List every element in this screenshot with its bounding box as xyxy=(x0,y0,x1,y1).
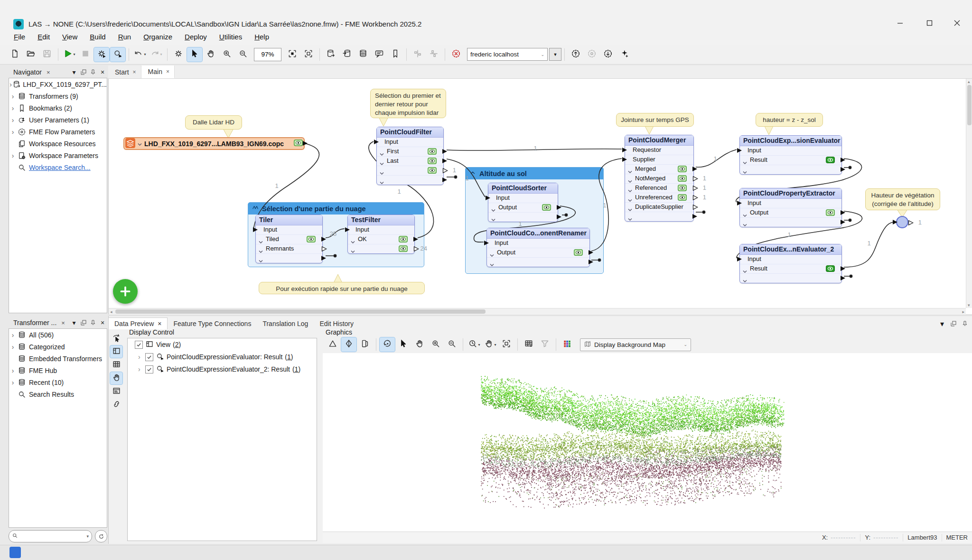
output-port-unreferenced[interactable]: Unreferenced1 xyxy=(625,193,693,202)
fme-flow-connection-select[interactable]: frederic localhost⌄ xyxy=(467,48,548,61)
port-chevron-icon[interactable] xyxy=(743,168,747,177)
transformer-float-icon[interactable] xyxy=(79,318,88,327)
inspect-eye-icon[interactable] xyxy=(399,245,408,254)
output-port-first[interactable]: First xyxy=(377,147,443,156)
transformer-item-search-results[interactable]: Search Results xyxy=(9,388,107,400)
navigator-item-lhd-fxx-1019-6297-pt[interactable]: ›LHD_FXX_1019_6297_PT... xyxy=(9,78,107,90)
navigator-item-workspace-search[interactable]: Workspace Search... xyxy=(9,161,107,173)
port-chevron-icon[interactable] xyxy=(351,247,355,256)
transformer-search-input[interactable]: ▾ xyxy=(9,530,92,542)
close-button[interactable] xyxy=(944,14,970,31)
output-port-result[interactable]: Result xyxy=(740,264,841,273)
output-port-output[interactable]: Output xyxy=(487,248,589,257)
minimize-button[interactable] xyxy=(887,14,913,31)
expander-icon[interactable]: › xyxy=(138,365,143,373)
gfx-zoom-in-button[interactable] xyxy=(428,337,443,352)
node-PointCloudSorter[interactable]: PointCloudSorterInputOutput xyxy=(488,183,558,222)
fit-window-button[interactable] xyxy=(285,47,300,62)
navigator-menu-icon[interactable]: ▾ xyxy=(69,67,79,77)
flow-connection-button[interactable] xyxy=(449,47,464,62)
row-count-link[interactable]: (2) xyxy=(173,341,181,348)
node-TestFilter[interactable]: TestFilterInputOK24 xyxy=(347,215,415,254)
canvas-hscrollbar[interactable]: ◂▸ xyxy=(109,308,966,315)
node-Tiler[interactable]: TilerInputTiledRemnants xyxy=(255,215,323,263)
close-tab-icon[interactable]: × xyxy=(133,69,136,75)
view-2d-button[interactable] xyxy=(325,337,340,352)
view-3d-button[interactable] xyxy=(341,337,356,352)
input-port-input[interactable]: Input xyxy=(348,225,414,234)
add-writer-button[interactable] xyxy=(339,47,355,62)
add-bookmark-button[interactable] xyxy=(388,47,403,62)
output-port--unfiltered-[interactable]: 1 xyxy=(377,166,443,175)
preview-card-button[interactable] xyxy=(110,385,122,398)
transformer-item-recent-10[interactable]: ›Recent (10) xyxy=(9,376,107,388)
refresh-transformers-button[interactable] xyxy=(95,530,107,542)
gfx-pan-button[interactable] xyxy=(412,337,427,352)
add-transformer-button[interactable] xyxy=(355,47,371,62)
navigator-item-transformers-9[interactable]: ›Transformers (9) xyxy=(9,90,107,102)
transformer-item-embedded-transformers[interactable]: Embedded Transformers xyxy=(9,353,107,364)
visibility-checkbox[interactable] xyxy=(145,365,153,373)
output-port--rejected-[interactable] xyxy=(740,165,841,174)
canvas-vscrollbar[interactable]: ▴▾ xyxy=(966,79,972,308)
expander-icon[interactable]: › xyxy=(9,93,17,100)
maximize-button[interactable] xyxy=(916,14,943,31)
menu-organize[interactable]: Organize xyxy=(137,30,178,43)
point-cloud-view[interactable] xyxy=(323,353,972,532)
background-map-select[interactable]: Display Background Map⌄ xyxy=(580,338,691,351)
menu-help[interactable]: Help xyxy=(248,30,275,43)
search-options-chevron-icon[interactable]: ▾ xyxy=(86,534,89,539)
display-control-row[interactable]: ›PointCloudExpressionEvaluator_2: Result… xyxy=(128,363,317,375)
menu-build[interactable]: Build xyxy=(84,30,112,43)
canvas-tab-main[interactable]: Main× xyxy=(141,65,175,78)
undo-button[interactable]: ▾ xyxy=(132,47,148,62)
input-port-supplier[interactable]: Supplier xyxy=(625,155,693,164)
input-port-input[interactable]: Input xyxy=(487,239,589,248)
view-pages-button[interactable] xyxy=(357,337,373,352)
preview-rotate-select-button[interactable] xyxy=(110,332,122,345)
run-button[interactable]: ▾ xyxy=(62,47,77,62)
navigator-item-workspace-resources[interactable]: Workspace Resources xyxy=(9,138,107,149)
save-button[interactable] xyxy=(39,47,55,62)
bottom-tab-data-preview[interactable]: Data Preview× xyxy=(108,317,168,329)
input-port-input[interactable]: Input xyxy=(256,225,322,234)
annotation[interactable]: Hauteur de végétation(corrigée de l'alti… xyxy=(865,188,940,210)
navigator-item-fme-flow-parameters[interactable]: ›FME Flow Parameters xyxy=(9,126,107,138)
reader-feature-type[interactable]: LHD_FXX_1019_6297...LAMB93_IGN69.copc xyxy=(123,137,305,150)
zoom-extents-button[interactable]: ▾ xyxy=(467,337,482,352)
visibility-checkbox[interactable] xyxy=(135,341,143,349)
output-port-duplicatesupplier[interactable]: DuplicateSupplier xyxy=(625,202,693,212)
transformer-item-all-506[interactable]: ›All (506) xyxy=(9,329,107,341)
output-port-merged[interactable]: Merged xyxy=(625,164,693,174)
navigator-item-bookmarks-2[interactable]: ›Bookmarks (2) xyxy=(9,102,107,114)
output-port--unfiltered-[interactable]: 24 xyxy=(348,244,414,253)
annotation[interactable]: Jointure sur temps GPS xyxy=(616,113,694,127)
node-PointCloudPropertyExtractor[interactable]: PointCloudPropertyExtractorInputOutput xyxy=(739,188,842,227)
bottom-tab-translation-log[interactable]: Translation Log xyxy=(257,318,314,329)
input-port-input[interactable]: Input xyxy=(740,146,841,155)
node-PointCloudExp-sionEvaluator[interactable]: PointCloudExp...sionEvaluatorInputResult xyxy=(739,135,842,175)
new-button[interactable] xyxy=(7,47,22,62)
output-port-output[interactable]: Output xyxy=(488,203,558,212)
transformer-close-tab-icon[interactable]: × xyxy=(58,319,68,327)
output-port-referenced[interactable]: Referenced1 xyxy=(625,183,693,193)
download-button[interactable] xyxy=(600,47,616,62)
run-inspect-button[interactable] xyxy=(110,47,125,62)
input-port-input[interactable]: Input xyxy=(488,194,558,203)
port-chevron-icon[interactable] xyxy=(628,215,632,224)
preview-hand-button[interactable] xyxy=(110,372,122,384)
pan-button[interactable] xyxy=(203,47,218,62)
fit-all-button[interactable] xyxy=(301,47,316,62)
port-chevron-icon[interactable] xyxy=(490,261,494,269)
canvas-body[interactable]: Sélection d'une partie du nuageAltitude … xyxy=(108,78,972,308)
transformer-item-categorized[interactable]: ›Categorized xyxy=(9,341,107,353)
menu-view[interactable]: View xyxy=(56,30,84,43)
menu-run[interactable]: Run xyxy=(112,30,138,43)
display-control-row[interactable]: View(2) xyxy=(128,338,317,351)
navigator-close-tab-icon[interactable]: × xyxy=(44,69,53,76)
close-tab-icon[interactable]: × xyxy=(158,320,161,327)
navigator-pin-icon[interactable] xyxy=(88,67,98,77)
add-transformer-fab-button[interactable] xyxy=(113,279,138,304)
bottom-pin-icon[interactable] xyxy=(960,319,970,328)
flow-settings-button[interactable] xyxy=(584,47,599,62)
